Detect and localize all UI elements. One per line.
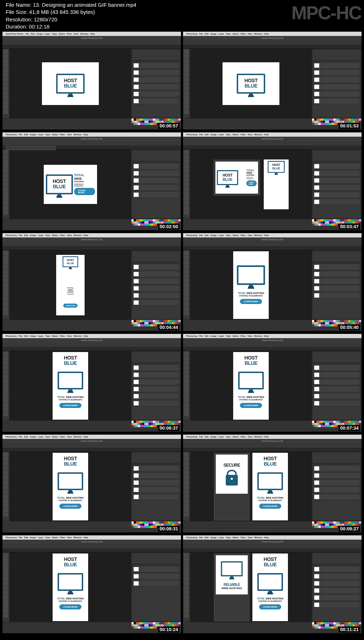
layer-row[interactable]: [313, 62, 360, 69]
tool-0[interactable]: [3, 553, 8, 557]
menu-edit[interactable]: Edit: [205, 133, 209, 136]
thumbnail-6[interactable]: PhotoshopFileEditImageLayerTypeSelectFil…: [183, 233, 362, 331]
tool-9[interactable]: [184, 393, 189, 398]
canvas-area[interactable]: HOST BLUE: [190, 49, 312, 118]
tool-2[interactable]: [184, 562, 189, 567]
tool-9[interactable]: [184, 293, 189, 297]
learn-more-button[interactable]: LEARN MORE: [59, 604, 81, 609]
tool-2[interactable]: [3, 260, 8, 264]
tool-1[interactable]: [3, 457, 8, 461]
menu-select[interactable]: Select: [232, 234, 239, 236]
layer-row[interactable]: [133, 472, 180, 479]
tool-2[interactable]: [3, 462, 8, 466]
menu-help[interactable]: Help: [264, 133, 269, 136]
layer-row[interactable]: [313, 170, 360, 177]
tool-3[interactable]: [3, 63, 8, 68]
learn-more-button[interactable]: LEARN MORE: [240, 403, 262, 408]
canvas-area[interactable]: HOST BLUE TOTAL WEB HOSTING STARTING AT …: [190, 149, 312, 219]
menu-help[interactable]: Help: [264, 234, 269, 236]
timeline-panel[interactable]: [2, 219, 131, 230]
layer-row[interactable]: [313, 494, 360, 500]
layer-row[interactable]: [313, 69, 360, 76]
layer-row[interactable]: [133, 465, 180, 472]
layer-row[interactable]: [313, 278, 360, 284]
menu-filter[interactable]: Filter: [60, 133, 65, 136]
layer-row[interactable]: [313, 472, 360, 479]
tool-2[interactable]: [3, 562, 8, 567]
layer-row[interactable]: [313, 602, 360, 608]
layer-row[interactable]: [313, 77, 360, 83]
menu-help[interactable]: Help: [84, 536, 88, 539]
menu-layer[interactable]: Layer: [218, 536, 224, 539]
tool-13[interactable]: [184, 613, 189, 618]
menu-layer[interactable]: Layer: [218, 335, 224, 337]
menu-file[interactable]: File: [199, 436, 203, 438]
tool-10[interactable]: [3, 599, 8, 604]
menu-filter[interactable]: Filter: [241, 133, 246, 136]
menu-edit[interactable]: Edit: [205, 33, 209, 35]
tool-8[interactable]: [184, 590, 189, 594]
layer-row[interactable]: [133, 91, 180, 97]
tool-9[interactable]: [3, 494, 8, 498]
layer-row[interactable]: [133, 379, 180, 385]
menu-filter[interactable]: Filter: [241, 335, 246, 337]
tool-2[interactable]: [3, 361, 8, 365]
thumbnail-11[interactable]: PhotoshopFileEditImageLayerTypeSelectFil…: [2, 535, 181, 634]
layer-row[interactable]: [133, 271, 180, 277]
tool-13[interactable]: [184, 513, 189, 517]
timeline-panel[interactable]: [2, 521, 131, 533]
tool-13[interactable]: [184, 110, 189, 114]
tool-8[interactable]: [184, 288, 189, 292]
menu-type[interactable]: Type: [45, 133, 50, 136]
app-menu[interactable]: Photoshop: [6, 536, 17, 539]
menu-select[interactable]: Select: [232, 436, 239, 438]
menu-edit[interactable]: Edit: [205, 234, 209, 236]
tool-10[interactable]: [3, 196, 8, 201]
tool-3[interactable]: [3, 466, 8, 471]
tool-8[interactable]: [3, 489, 8, 494]
menu-view[interactable]: View: [67, 536, 72, 539]
tool-8[interactable]: [3, 86, 8, 91]
timeline-panel[interactable]: [183, 622, 312, 633]
canvas-area[interactable]: HOST BLUE TOTAL WEB HOSTING STARTING AT …: [190, 351, 312, 420]
tool-7[interactable]: [3, 183, 8, 187]
tool-7[interactable]: [3, 485, 8, 489]
menu-filter[interactable]: Filter: [60, 436, 65, 438]
menu-layer[interactable]: Layer: [44, 33, 50, 35]
tool-10[interactable]: [3, 398, 8, 402]
tool-0[interactable]: [184, 49, 189, 54]
menu-type[interactable]: Type: [52, 33, 57, 35]
tool-6[interactable]: [3, 279, 8, 283]
menu-view[interactable]: View: [247, 436, 252, 438]
menu-image[interactable]: Image: [30, 234, 36, 236]
menu-view[interactable]: View: [247, 335, 252, 337]
layer-row[interactable]: [313, 285, 360, 292]
menu-view[interactable]: View: [67, 133, 72, 136]
layer-row[interactable]: [133, 163, 180, 169]
tool-2[interactable]: [184, 59, 189, 63]
tool-6[interactable]: [3, 379, 8, 384]
menu-window[interactable]: Window: [254, 133, 262, 136]
menu-edit[interactable]: Edit: [205, 436, 209, 438]
tool-4[interactable]: [3, 169, 8, 173]
app-menu[interactable]: Photoshop: [186, 133, 197, 136]
tool-7[interactable]: [184, 82, 189, 86]
menu-select[interactable]: Select: [59, 33, 65, 35]
app-menu[interactable]: QuickTime Player: [6, 33, 23, 35]
canvas-area[interactable]: HOST BLUE: [10, 49, 131, 118]
tool-2[interactable]: [184, 159, 189, 164]
layer-row[interactable]: [133, 170, 180, 177]
timeline-panel[interactable]: [2, 320, 131, 331]
tool-6[interactable]: [3, 581, 8, 585]
tool-8[interactable]: [184, 86, 189, 91]
menu-window[interactable]: Window: [80, 33, 89, 35]
thumbnail-9[interactable]: PhotoshopFileEditImageLayerTypeSelectFil…: [2, 434, 181, 533]
tool-9[interactable]: [184, 494, 189, 498]
menu-help[interactable]: Help: [84, 436, 88, 438]
menu-type[interactable]: Type: [226, 335, 231, 337]
menu-image[interactable]: Image: [210, 33, 216, 35]
menu-window[interactable]: Window: [74, 436, 82, 438]
layer-row[interactable]: [313, 292, 360, 299]
tool-7[interactable]: [184, 485, 189, 489]
tool-10[interactable]: [184, 297, 189, 301]
